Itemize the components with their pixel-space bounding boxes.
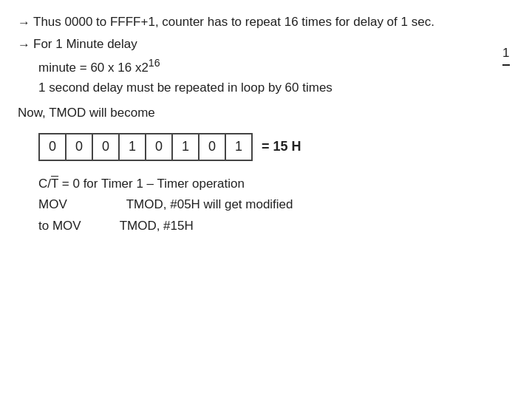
minute-eq-text: minute = 60 x 16 x216 (38, 61, 160, 75)
equals-15h-label: = 15 H (262, 139, 301, 154)
mov-label-1: MOV (38, 195, 67, 214)
fraction-bar (502, 64, 510, 66)
bit-cell-6: 0 (198, 133, 226, 161)
bottom-section: C/T = 0 for Timer 1 – Timer operation MO… (38, 174, 514, 236)
fraction-numerator: 1 (502, 46, 509, 60)
arrow-icon-2: → (18, 36, 30, 55)
mov-value-2: TMOD, #15H (120, 216, 194, 236)
bit-cell-5: 1 (171, 133, 200, 161)
ct-text: C/T = 0 for Timer 1 – Timer operation (38, 174, 245, 194)
arrow-text-2: For 1 Minute delay (33, 35, 137, 54)
mov-line-2: to MOV TMOD, #15H (38, 216, 514, 236)
mov-value-1: TMOD, #05H will get modified (126, 195, 293, 214)
bit-cell-2: 0 (92, 133, 120, 161)
right-side-fraction: 1 (502, 44, 510, 66)
bit-cell-3: 1 (118, 133, 146, 161)
arrow-line-2: → For 1 Minute delay (18, 35, 514, 55)
now-tmod-line: Now, TMOD will become (18, 104, 514, 123)
now-tmod-text: Now, TMOD will become (18, 106, 155, 120)
arrow-icon-1: → (18, 14, 30, 33)
bit-cell-0: 0 (38, 133, 66, 161)
ct-line: C/T = 0 for Timer 1 – Timer operation (38, 174, 514, 194)
t-overline: T (51, 177, 58, 191)
main-content: → Thus 0000 to FFFF+1, counter has to re… (18, 13, 514, 386)
indent-line-2: 1 second delay must be repeated in loop … (38, 79, 514, 98)
arrow-line-1: → Thus 0000 to FFFF+1, counter has to re… (18, 13, 514, 33)
superscript-16: 16 (149, 57, 160, 69)
mov-to-text: to MOV (38, 216, 81, 236)
bit-cell-1: 0 (65, 133, 93, 161)
bit-cell-4: 0 (145, 133, 173, 161)
arrow-text-1: Thus 0000 to FFFF+1, counter has to repe… (33, 13, 434, 32)
bit-table: 0 0 0 1 0 1 0 1 = 15 H (38, 133, 514, 161)
mov-line-1: MOV TMOD, #05H will get modified (38, 195, 514, 214)
second-delay-text: 1 second delay must be repeated in loop … (38, 81, 332, 95)
indent-line-1: minute = 60 x 16 x216 (38, 55, 514, 77)
bit-cell-7: 1 (225, 133, 253, 161)
